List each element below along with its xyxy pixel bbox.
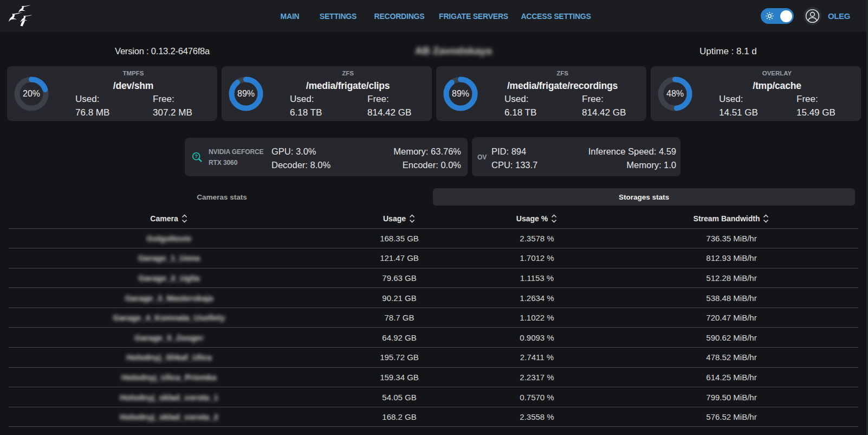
svg-text:?: ?	[195, 153, 198, 159]
